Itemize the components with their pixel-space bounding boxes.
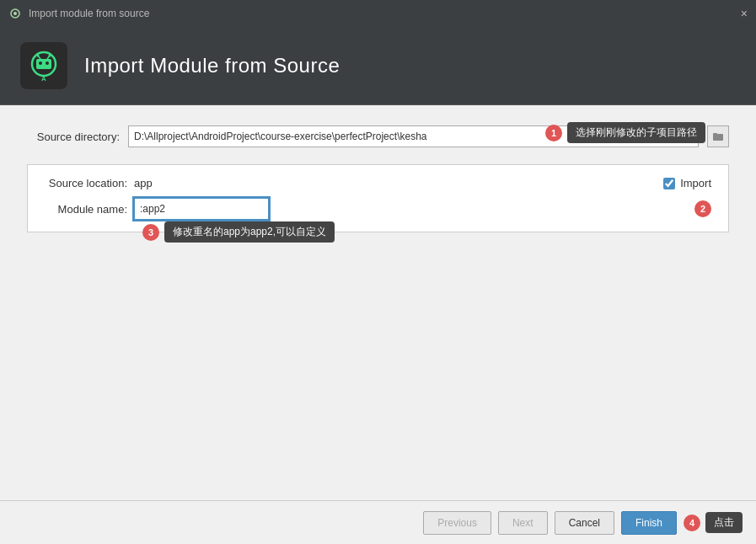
module-name-input[interactable]: [134, 198, 269, 220]
svg-point-7: [46, 61, 49, 65]
title-bar-left: Import module from source: [8, 7, 149, 20]
module-name-row: Module name: 2 3 修改重名的app为app2,可以自定义: [41, 198, 715, 220]
svg-text:A: A: [41, 75, 46, 83]
dialog-header: A Import Module from Source: [0, 27, 756, 105]
logo-container: A: [20, 42, 67, 89]
svg-rect-5: [36, 59, 51, 69]
source-directory-row: Source directory: 1 选择刚刚修改的子项目路径: [27, 125, 729, 147]
android-studio-logo: A: [25, 47, 62, 84]
close-button[interactable]: ×: [741, 8, 748, 19]
source-location-label: Source location:: [41, 177, 134, 189]
svg-rect-14: [713, 133, 717, 135]
module-name-label: Module name:: [41, 203, 134, 216]
main-content: Source directory: 1 选择刚刚修改的子项目路径 Source …: [0, 105, 756, 253]
svg-point-10: [37, 55, 40, 57]
tooltip-3-text: 修改重名的app为app2,可以自定义: [164, 221, 335, 243]
folder-icon: [712, 131, 724, 142]
cancel-button[interactable]: Cancel: [555, 511, 614, 535]
import-label: Import: [680, 177, 711, 189]
title-bar-text: Import module from source: [29, 8, 149, 19]
svg-point-11: [49, 55, 51, 57]
source-dir-label: Source directory:: [27, 131, 120, 143]
browse-button[interactable]: [707, 125, 729, 147]
svg-point-6: [39, 61, 42, 65]
previous-button[interactable]: Previous: [423, 511, 491, 535]
import-checkbox[interactable]: [663, 178, 675, 189]
annotation-2: 2: [694, 200, 711, 217]
badge-2: 2: [694, 200, 711, 217]
source-location-row: Source location: app Import: [41, 177, 715, 189]
annotation-4: 4 点击: [684, 512, 743, 533]
annotation-3: 3 修改重名的app为app2,可以自定义: [142, 221, 335, 243]
import-checkbox-area: Import: [663, 177, 715, 189]
dialog-footer: Previous Next Cancel Finish 4 点击: [0, 500, 756, 544]
badge-4: 4: [684, 515, 700, 531]
source-location-value: app: [134, 177, 663, 189]
title-bar: Import module from source ×: [0, 0, 756, 27]
source-dir-input[interactable]: [128, 125, 699, 147]
tooltip-4: 点击: [705, 512, 743, 533]
android-studio-icon: [8, 7, 22, 20]
svg-point-2: [13, 12, 17, 15]
source-box: Source location: app Import Module name:…: [27, 164, 729, 232]
svg-rect-13: [713, 134, 723, 141]
finish-button[interactable]: Finish: [621, 511, 677, 535]
next-button[interactable]: Next: [498, 511, 548, 535]
badge-3: 3: [142, 224, 159, 241]
dialog-title: Import Module from Source: [84, 54, 340, 77]
